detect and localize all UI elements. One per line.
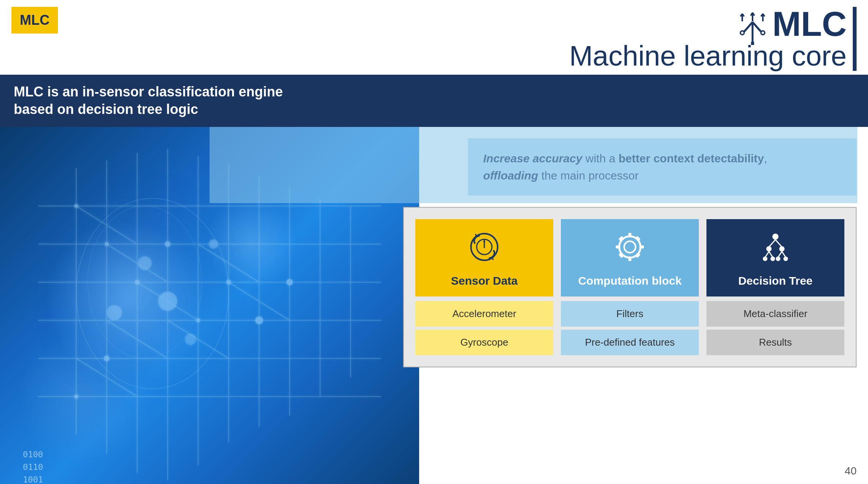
svg-point-74 [766,246,772,252]
svg-point-53 [104,356,109,361]
svg-line-73 [775,240,782,247]
svg-line-78 [778,252,782,257]
svg-point-83 [783,256,788,261]
svg-rect-70 [635,253,641,258]
computation-block-label: Computation block [578,274,682,287]
svg-line-79 [782,252,786,257]
computation-block-items: Filters Pre-defined features [561,301,699,355]
svg-line-1 [744,22,753,32]
banner-line1: MLC is an in-sensor classification engin… [14,84,283,99]
svg-line-76 [765,252,769,257]
svg-point-51 [255,317,263,324]
svg-line-77 [769,252,773,257]
predefined-features-item: Pre-defined features [561,330,699,355]
computation-block-header: Computation block [561,219,699,296]
binary-overlay: 0100 0110 1001 0100 [23,448,63,484]
decision-tree-items: Meta-classifier Results [706,301,844,355]
svg-point-52 [287,279,293,285]
svg-rect-68 [635,236,641,241]
decision-tree-header: Decision Tree [706,219,844,296]
usb-icon-container [737,11,769,46]
svg-point-54 [74,395,78,399]
title-sub: Machine learning core [569,41,847,71]
sensor-data-header: Sensor Data [415,219,553,296]
svg-point-12 [740,31,744,35]
svg-point-75 [779,246,785,252]
blue-banner: MLC is an in-sensor classification engin… [0,75,868,127]
svg-point-14 [761,31,765,35]
svg-point-46 [158,292,177,311]
svg-point-44 [196,319,200,322]
gyroscope-item: Gyroscope [415,330,553,355]
header-accent-bar [853,7,857,71]
svg-rect-69 [618,253,624,258]
svg-line-72 [769,240,775,247]
sensor-data-items: Accelerometer Gyroscope [415,301,553,355]
sensor-icon [467,230,501,269]
svg-point-48 [185,334,196,345]
usb-icon [737,11,769,45]
svg-rect-67 [618,236,624,241]
svg-line-2 [753,22,761,32]
tree-icon [758,230,793,269]
svg-rect-66 [639,245,644,248]
svg-rect-13 [751,42,754,45]
sensor-data-card: Sensor Data Accelerometer Gyroscope [415,219,553,355]
svg-point-40 [74,204,78,208]
svg-point-47 [138,256,152,270]
filters-item: Filters [561,301,699,327]
light-blue-strip [210,127,857,203]
svg-point-81 [770,256,775,261]
computation-icon [613,230,647,269]
svg-point-82 [776,256,780,261]
title-mlc: MLC [569,7,847,41]
svg-point-50 [209,240,218,249]
svg-point-49 [107,305,122,321]
svg-point-80 [763,256,767,261]
cards-container: Sensor Data Accelerometer Gyroscope [403,207,857,367]
page-number: 40 [845,465,857,477]
decision-tree-card: Decision Tree Meta-classifier Results [706,219,844,355]
svg-rect-64 [628,256,631,261]
svg-rect-63 [628,233,631,237]
computation-block-card: Computation block Filters Pre-defined fe… [561,219,699,355]
meta-classifier-item: Meta-classifier [706,301,844,327]
svg-point-43 [165,242,170,247]
mlc-logo: MLC [11,7,58,34]
results-item: Results [706,330,844,355]
header-title: MLC Machine learning core [569,7,847,71]
svg-rect-65 [616,245,620,248]
accelerometer-item: Accelerometer [415,301,553,327]
svg-point-45 [226,280,231,285]
svg-point-41 [105,242,109,246]
main-area: 0100 0110 1001 0100 Increase accuracy wi… [0,127,868,484]
svg-point-71 [772,234,778,240]
svg-point-42 [135,280,139,285]
cards-header-row: Sensor Data Accelerometer Gyroscope [415,219,844,355]
decision-tree-label: Decision Tree [738,274,812,287]
sensor-data-label: Sensor Data [451,274,517,287]
banner-line2: based on decision tree logic [14,101,198,117]
